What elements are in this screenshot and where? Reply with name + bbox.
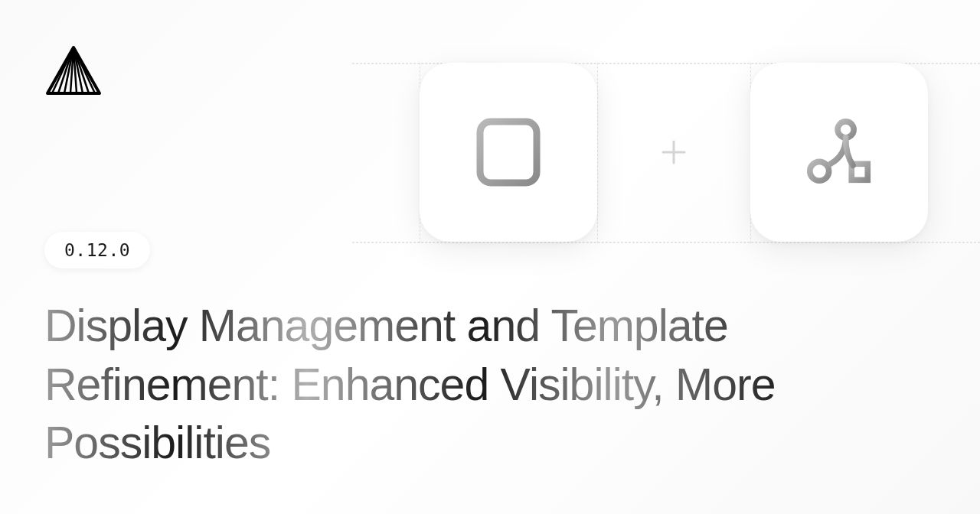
- plus-connector: [597, 63, 750, 242]
- svg-point-7: [810, 161, 829, 181]
- document-icon: [475, 117, 541, 187]
- version-badge: 0.12.0: [44, 232, 150, 268]
- plus-icon: [660, 138, 688, 166]
- branch-tile: [750, 63, 928, 242]
- logo-icon: [44, 44, 103, 98]
- branch-icon: [806, 117, 872, 187]
- document-tile: [420, 63, 597, 242]
- page-heading: Display Management and Template Refineme…: [44, 297, 919, 473]
- feature-tiles: [420, 63, 928, 242]
